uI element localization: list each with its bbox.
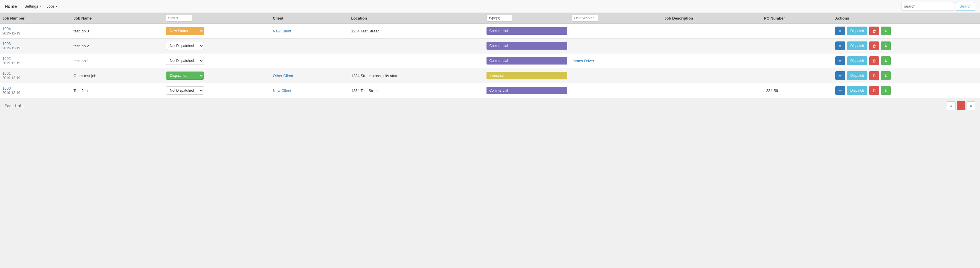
- jobs-table-container: Job Number Job Name Client Location Job …: [0, 13, 980, 98]
- job-date: 2019-12-19: [2, 91, 20, 95]
- status-select[interactable]: Dispatched Not Dispatched Dispatched New…: [166, 72, 204, 80]
- download-button[interactable]: ⬇: [881, 71, 891, 80]
- client-link[interactable]: New Client: [273, 88, 291, 93]
- col-header-job-name: Job Name: [71, 13, 164, 24]
- delete-button[interactable]: 🗑: [869, 71, 879, 80]
- status-filter-input[interactable]: [166, 14, 192, 22]
- trash-icon: 🗑: [872, 44, 876, 48]
- cell-job-name: test job 2: [71, 38, 164, 53]
- edit-button[interactable]: ✏: [835, 86, 845, 95]
- download-icon: ⬇: [885, 73, 888, 78]
- table-row: 1000 2019-12-19 Test Job Not Dispatched …: [0, 83, 980, 98]
- jobs-menu[interactable]: Jobs ▾: [44, 0, 60, 13]
- dispatch-button[interactable]: Dispatch: [847, 71, 868, 80]
- job-date: 2019-12-19: [2, 61, 20, 65]
- dispatch-button[interactable]: Dispatch: [847, 27, 868, 35]
- job-number-link[interactable]: 1001: [2, 71, 11, 76]
- cell-job-number: 1002 2019-12-19: [0, 53, 71, 68]
- delete-button[interactable]: 🗑: [869, 86, 879, 95]
- edit-button[interactable]: ✏: [835, 71, 845, 80]
- jobs-caret-icon: ▾: [56, 5, 57, 8]
- navbar: Home Settings ▾ Jobs ▾ Search: [0, 0, 980, 13]
- table-row: 1004 2019-12-19 test job 3 New Status No…: [0, 24, 980, 38]
- field-worker-link[interactable]: James Driver: [572, 59, 594, 63]
- prev-page-button[interactable]: «: [947, 101, 956, 110]
- cell-client: [270, 38, 348, 53]
- download-button[interactable]: ⬇: [881, 86, 891, 95]
- pencil-icon: ✏: [838, 29, 842, 33]
- cell-job-description: [662, 83, 762, 98]
- cell-job-description: [662, 24, 762, 38]
- cell-location: [349, 38, 484, 53]
- dispatch-button[interactable]: Dispatch: [847, 86, 868, 95]
- trash-icon: 🗑: [872, 59, 876, 63]
- cell-client: New Client: [270, 24, 348, 38]
- col-header-po-number: PO Number: [762, 13, 833, 24]
- delete-button[interactable]: 🗑: [869, 41, 879, 50]
- table-row: 1003 2019-12-19 test job 2 Not Dispatche…: [0, 38, 980, 53]
- next-page-button[interactable]: »: [967, 101, 975, 110]
- status-select[interactable]: Not Dispatched Not Dispatched Dispatched…: [166, 86, 204, 94]
- search-button[interactable]: Search: [956, 2, 975, 11]
- download-icon: ⬇: [885, 88, 888, 93]
- download-button[interactable]: ⬇: [881, 56, 891, 65]
- job-number-link[interactable]: 1002: [2, 56, 11, 61]
- status-select[interactable]: Not Dispatched Not Dispatched Dispatched…: [166, 57, 204, 65]
- search-wrapper: Search: [902, 2, 975, 11]
- cell-job-description: [662, 38, 762, 53]
- page-info: Page 1 of 1: [5, 104, 24, 108]
- types-filter-input[interactable]: [487, 14, 513, 22]
- status-select[interactable]: New Status Not Dispatched Dispatched New…: [166, 27, 204, 35]
- job-number-link[interactable]: 1004: [2, 27, 11, 31]
- type-badge: Commercial: [487, 87, 567, 94]
- edit-button[interactable]: ✏: [835, 56, 845, 65]
- cell-status: Dispatched Not Dispatched Dispatched New…: [164, 68, 270, 83]
- status-select[interactable]: Not Dispatched Not Dispatched Dispatched…: [166, 42, 204, 50]
- cell-actions: ✏ Dispatch 🗑 ⬇: [833, 53, 980, 68]
- cell-status: Not Dispatched Not Dispatched Dispatched…: [164, 38, 270, 53]
- client-link[interactable]: New Client: [273, 29, 291, 33]
- download-icon: ⬇: [885, 29, 888, 33]
- field-worker-filter-input[interactable]: [572, 14, 598, 22]
- actions-group: ✏ Dispatch 🗑 ⬇: [835, 71, 978, 80]
- cell-types: Commercial: [484, 53, 570, 68]
- col-header-job-number: Job Number: [0, 13, 71, 24]
- cell-status: Not Dispatched Not Dispatched Dispatched…: [164, 83, 270, 98]
- trash-icon: 🗑: [872, 73, 876, 78]
- client-link[interactable]: Other Client: [273, 73, 293, 78]
- pencil-icon: ✏: [838, 73, 842, 78]
- col-header-status: [164, 13, 270, 24]
- download-button[interactable]: ⬇: [881, 27, 891, 35]
- settings-menu[interactable]: Settings ▾: [22, 0, 44, 13]
- cell-field-worker: James Driver: [570, 53, 662, 68]
- type-badge: Commercial: [487, 27, 567, 35]
- settings-label: Settings: [24, 4, 38, 8]
- actions-group: ✏ Dispatch 🗑 ⬇: [835, 86, 978, 95]
- pencil-icon: ✏: [838, 44, 842, 48]
- job-number-link[interactable]: 1003: [2, 41, 11, 46]
- cell-job-number: 1003 2019-12-19: [0, 38, 71, 53]
- navbar-brand: Home: [5, 4, 17, 9]
- jobs-label: Jobs: [47, 4, 54, 8]
- cell-actions: ✏ Dispatch 🗑 ⬇: [833, 24, 980, 38]
- dispatch-button[interactable]: Dispatch: [847, 41, 868, 50]
- cell-field-worker: [570, 68, 662, 83]
- delete-button[interactable]: 🗑: [869, 56, 879, 65]
- dispatch-button[interactable]: Dispatch: [847, 56, 868, 65]
- edit-button[interactable]: ✏: [835, 41, 845, 50]
- job-number-link[interactable]: 1000: [2, 86, 11, 91]
- cell-location: 1234 Test Street: [349, 83, 484, 98]
- actions-group: ✏ Dispatch 🗑 ⬇: [835, 41, 978, 50]
- download-button[interactable]: ⬇: [881, 41, 891, 50]
- cell-po-number: 1234-56: [762, 83, 833, 98]
- delete-button[interactable]: 🗑: [869, 27, 879, 35]
- edit-button[interactable]: ✏: [835, 27, 845, 35]
- search-input[interactable]: [902, 2, 954, 11]
- jobs-table: Job Number Job Name Client Location Job …: [0, 13, 980, 98]
- cell-job-number: 1001 2019-12-19: [0, 68, 71, 83]
- cell-field-worker: [570, 38, 662, 53]
- current-page-button[interactable]: 1: [957, 101, 966, 110]
- cell-job-number: 1000 2019-12-19: [0, 83, 71, 98]
- cell-job-name: Other test job: [71, 68, 164, 83]
- cell-types: Commercial: [484, 83, 570, 98]
